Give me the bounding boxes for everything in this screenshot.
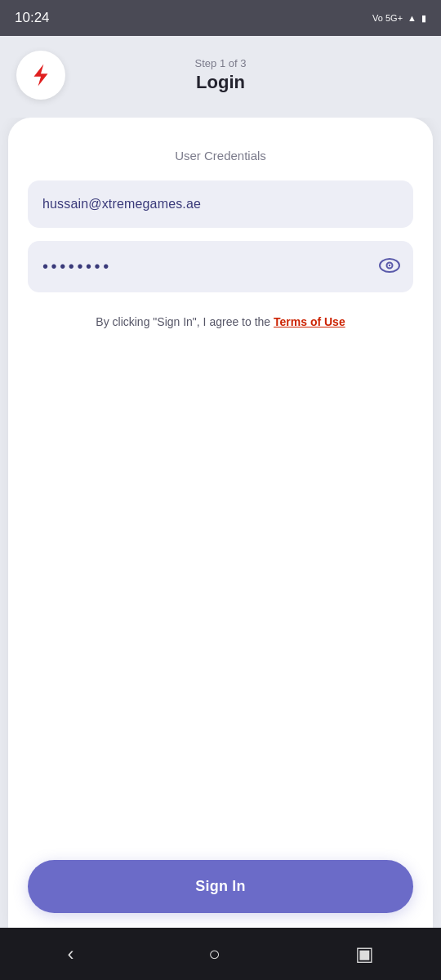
status-time: 10:24	[15, 10, 50, 26]
network-label: Vo 5G+	[372, 13, 403, 23]
password-wrapper	[28, 241, 413, 292]
signal-icon: ▲	[408, 13, 416, 23]
svg-marker-0	[34, 64, 48, 86]
header: Step 1 of 3 Login	[0, 36, 441, 118]
logo-bolt-icon	[27, 61, 55, 89]
header-text: Step 1 of 3 Login	[65, 57, 376, 93]
nav-recents-button[interactable]: ▣	[355, 942, 374, 965]
nav-home-button[interactable]: ○	[208, 942, 220, 965]
main-card: User Credentials By clicking "Sign In", …	[8, 118, 433, 928]
step-label: Step 1 of 3	[65, 57, 376, 69]
page-title: Login	[65, 72, 376, 93]
email-field[interactable]	[28, 180, 413, 228]
status-bar: 10:24 Vo 5G+ ▲ ▮	[0, 0, 441, 36]
terms-text: By clicking "Sign In", I agree to the Te…	[28, 315, 413, 328]
password-field[interactable]	[28, 241, 413, 292]
nav-back-button[interactable]: ‹	[67, 942, 74, 965]
section-label: User Credentials	[28, 149, 413, 163]
terms-link[interactable]: Terms of Use	[274, 315, 345, 328]
status-icons: Vo 5G+ ▲ ▮	[372, 13, 426, 24]
sign-in-button[interactable]: Sign In	[28, 860, 413, 913]
nav-bar: ‹ ○ ▣	[0, 928, 441, 980]
logo-circle	[16, 51, 65, 100]
battery-icon: ▮	[421, 13, 426, 24]
eye-icon[interactable]	[379, 258, 400, 276]
svg-point-3	[389, 264, 390, 265]
